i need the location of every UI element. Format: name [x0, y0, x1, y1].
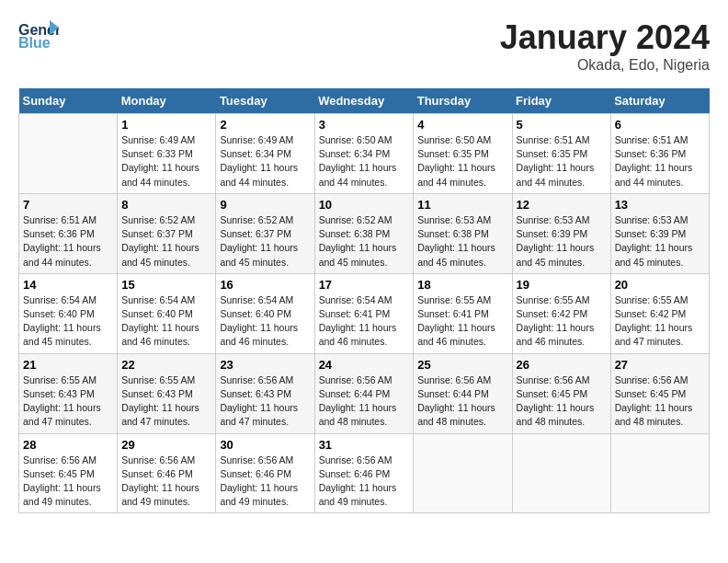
day-number: 21 [23, 358, 113, 372]
day-detail: Sunrise: 6:53 AMSunset: 6:39 PMDaylight:… [517, 213, 607, 270]
day-detail: Sunrise: 6:55 AMSunset: 6:43 PMDaylight:… [121, 373, 211, 430]
month-title: January 2024 [500, 18, 710, 57]
calendar-cell: 31Sunrise: 6:56 AMSunset: 6:46 PMDayligh… [314, 433, 414, 513]
calendar-cell: 26Sunrise: 6:56 AMSunset: 6:45 PMDayligh… [512, 353, 610, 433]
day-number: 24 [319, 358, 410, 372]
day-detail: Sunrise: 6:52 AMSunset: 6:37 PMDaylight:… [220, 213, 310, 270]
day-detail: Sunrise: 6:51 AMSunset: 6:36 PMDaylight:… [615, 133, 705, 190]
day-number: 4 [417, 118, 507, 132]
day-detail: Sunrise: 6:52 AMSunset: 6:38 PMDaylight:… [319, 213, 410, 270]
day-number: 14 [23, 278, 113, 292]
day-number: 6 [615, 118, 705, 132]
day-detail: Sunrise: 6:53 AMSunset: 6:39 PMDaylight:… [615, 213, 705, 270]
day-detail: Sunrise: 6:50 AMSunset: 6:35 PMDaylight:… [417, 133, 507, 190]
day-number: 19 [517, 278, 607, 292]
svg-text:Blue: Blue [18, 35, 51, 51]
day-number: 3 [319, 118, 410, 132]
day-detail: Sunrise: 6:56 AMSunset: 6:45 PMDaylight:… [517, 373, 607, 430]
day-detail: Sunrise: 6:56 AMSunset: 6:44 PMDaylight:… [417, 373, 507, 430]
calendar-cell: 16Sunrise: 6:54 AMSunset: 6:40 PMDayligh… [216, 273, 314, 353]
day-number: 12 [517, 198, 607, 212]
title-area: January 2024 Okada, Edo, Nigeria [500, 18, 710, 74]
calendar-week-row: 28Sunrise: 6:56 AMSunset: 6:45 PMDayligh… [19, 433, 710, 513]
logo: General Blue [18, 18, 59, 52]
calendar-cell: 24Sunrise: 6:56 AMSunset: 6:44 PMDayligh… [314, 353, 414, 433]
weekday-header-wednesday: Wednesday [314, 88, 414, 114]
day-detail: Sunrise: 6:54 AMSunset: 6:41 PMDaylight:… [319, 293, 410, 350]
day-number: 17 [319, 278, 410, 292]
day-detail: Sunrise: 6:51 AMSunset: 6:36 PMDaylight:… [23, 213, 113, 270]
day-detail: Sunrise: 6:56 AMSunset: 6:45 PMDaylight:… [23, 454, 113, 510]
day-detail: Sunrise: 6:55 AMSunset: 6:43 PMDaylight:… [23, 373, 113, 430]
day-detail: Sunrise: 6:56 AMSunset: 6:43 PMDaylight:… [220, 373, 310, 430]
day-number: 11 [417, 198, 507, 212]
calendar-cell: 18Sunrise: 6:55 AMSunset: 6:41 PMDayligh… [414, 273, 512, 353]
day-number: 30 [220, 438, 310, 452]
day-detail: Sunrise: 6:54 AMSunset: 6:40 PMDaylight:… [220, 293, 310, 350]
day-number: 7 [23, 198, 113, 212]
calendar-cell: 19Sunrise: 6:55 AMSunset: 6:42 PMDayligh… [512, 273, 610, 353]
calendar-cell [512, 433, 610, 513]
day-detail: Sunrise: 6:49 AMSunset: 6:33 PMDaylight:… [121, 133, 211, 190]
weekday-header-row: SundayMondayTuesdayWednesdayThursdayFrid… [19, 88, 710, 114]
day-detail: Sunrise: 6:50 AMSunset: 6:34 PMDaylight:… [319, 133, 410, 190]
weekday-header-tuesday: Tuesday [216, 88, 314, 114]
calendar-week-row: 7Sunrise: 6:51 AMSunset: 6:36 PMDaylight… [19, 193, 710, 273]
calendar-cell [19, 114, 118, 194]
day-detail: Sunrise: 6:49 AMSunset: 6:34 PMDaylight:… [220, 133, 310, 190]
calendar-cell: 28Sunrise: 6:56 AMSunset: 6:45 PMDayligh… [19, 433, 118, 513]
weekday-header-sunday: Sunday [19, 88, 118, 114]
day-detail: Sunrise: 6:55 AMSunset: 6:42 PMDaylight:… [615, 293, 705, 350]
day-number: 16 [220, 278, 310, 292]
day-number: 18 [417, 278, 507, 292]
calendar-cell: 1Sunrise: 6:49 AMSunset: 6:33 PMDaylight… [118, 114, 216, 194]
day-detail: Sunrise: 6:56 AMSunset: 6:46 PMDaylight:… [319, 454, 410, 510]
day-detail: Sunrise: 6:52 AMSunset: 6:37 PMDaylight:… [121, 213, 211, 270]
day-number: 28 [23, 438, 113, 452]
day-detail: Sunrise: 6:56 AMSunset: 6:44 PMDaylight:… [319, 373, 410, 430]
calendar-table: SundayMondayTuesdayWednesdayThursdayFrid… [18, 88, 710, 513]
calendar-cell [610, 433, 709, 513]
logo-icon: General Blue [18, 18, 59, 52]
calendar-cell: 8Sunrise: 6:52 AMSunset: 6:37 PMDaylight… [118, 193, 216, 273]
calendar-cell: 29Sunrise: 6:56 AMSunset: 6:46 PMDayligh… [118, 433, 216, 513]
location: Okada, Edo, Nigeria [500, 57, 710, 74]
calendar-cell: 21Sunrise: 6:55 AMSunset: 6:43 PMDayligh… [19, 353, 118, 433]
day-number: 29 [121, 438, 211, 452]
calendar-cell [414, 433, 512, 513]
calendar-week-row: 14Sunrise: 6:54 AMSunset: 6:40 PMDayligh… [19, 273, 710, 353]
day-number: 22 [121, 358, 211, 372]
day-number: 26 [517, 358, 607, 372]
calendar-cell: 5Sunrise: 6:51 AMSunset: 6:35 PMDaylight… [512, 114, 610, 194]
day-number: 15 [121, 278, 211, 292]
calendar-cell: 2Sunrise: 6:49 AMSunset: 6:34 PMDaylight… [216, 114, 314, 194]
calendar-cell: 12Sunrise: 6:53 AMSunset: 6:39 PMDayligh… [512, 193, 610, 273]
day-detail: Sunrise: 6:56 AMSunset: 6:46 PMDaylight:… [121, 454, 211, 510]
day-detail: Sunrise: 6:54 AMSunset: 6:40 PMDaylight:… [121, 293, 211, 350]
day-number: 20 [615, 278, 705, 292]
calendar-cell: 30Sunrise: 6:56 AMSunset: 6:46 PMDayligh… [216, 433, 314, 513]
calendar-cell: 27Sunrise: 6:56 AMSunset: 6:45 PMDayligh… [610, 353, 709, 433]
day-number: 5 [517, 118, 607, 132]
weekday-header-saturday: Saturday [610, 88, 709, 114]
calendar-cell: 3Sunrise: 6:50 AMSunset: 6:34 PMDaylight… [314, 114, 414, 194]
calendar-cell: 9Sunrise: 6:52 AMSunset: 6:37 PMDaylight… [216, 193, 314, 273]
calendar-cell: 17Sunrise: 6:54 AMSunset: 6:41 PMDayligh… [314, 273, 414, 353]
calendar-cell: 15Sunrise: 6:54 AMSunset: 6:40 PMDayligh… [118, 273, 216, 353]
day-number: 1 [121, 118, 211, 132]
day-number: 13 [615, 198, 705, 212]
page-header: General Blue January 2024 Okada, Edo, Ni… [18, 18, 710, 74]
day-number: 23 [220, 358, 310, 372]
calendar-cell: 20Sunrise: 6:55 AMSunset: 6:42 PMDayligh… [610, 273, 709, 353]
day-number: 25 [417, 358, 507, 372]
day-detail: Sunrise: 6:56 AMSunset: 6:46 PMDaylight:… [220, 454, 310, 510]
day-detail: Sunrise: 6:55 AMSunset: 6:41 PMDaylight:… [417, 293, 507, 350]
calendar-cell: 23Sunrise: 6:56 AMSunset: 6:43 PMDayligh… [216, 353, 314, 433]
day-number: 27 [615, 358, 705, 372]
calendar-cell: 11Sunrise: 6:53 AMSunset: 6:38 PMDayligh… [414, 193, 512, 273]
day-number: 2 [220, 118, 310, 132]
calendar-cell: 13Sunrise: 6:53 AMSunset: 6:39 PMDayligh… [610, 193, 709, 273]
day-detail: Sunrise: 6:56 AMSunset: 6:45 PMDaylight:… [615, 373, 705, 430]
weekday-header-friday: Friday [512, 88, 610, 114]
weekday-header-thursday: Thursday [414, 88, 512, 114]
